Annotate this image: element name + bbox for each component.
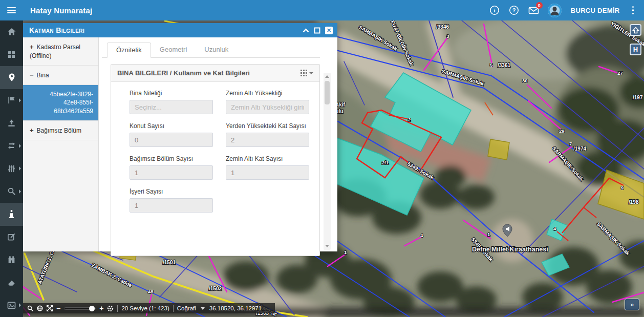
tab-oznitelik[interactable]: Öznitelik [107, 43, 151, 58]
mail-badge: 0 [536, 2, 543, 9]
globe-icon[interactable] [37, 305, 43, 311]
yerden-kat-sayisi-input[interactable] [226, 133, 309, 147]
coordinates-text: 36.18520, 36.12971 [209, 305, 262, 311]
info-icon[interactable]: i [489, 5, 500, 15]
field-bina-niteligi: Bina Niteliği [130, 90, 213, 114]
panel-expand-button[interactable]: » [625, 299, 639, 310]
expander-icon[interactable]: + [30, 126, 34, 134]
door-number: 2 [408, 117, 411, 122]
chevron-down-icon[interactable] [201, 307, 205, 310]
field-bagimsiz-bolum-sayisi: Bağımsız Bölüm Sayısı [130, 155, 213, 180]
home-extent-button[interactable]: H [630, 44, 641, 55]
panel-scrollbar[interactable] [324, 73, 331, 250]
projection-select[interactable]: Coğrafi [177, 305, 196, 311]
konut-sayisi-input[interactable] [130, 133, 213, 147]
scroll-up-icon [325, 75, 329, 78]
zemin-alti-yukseklik-input[interactable] [226, 100, 309, 114]
settings-gear-icon[interactable] [107, 305, 114, 312]
tree-item-selected-feature[interactable]: 45bea2fe-3829-42e8-855f-68b3462fa559 [23, 85, 98, 121]
tree-item-bina[interactable]: −Bina [23, 66, 98, 86]
tab-geometri[interactable]: Geometri [151, 43, 196, 58]
zoom-box-icon[interactable] [27, 305, 33, 311]
parcel-label: /1502 [209, 286, 222, 291]
zoom-in-button[interactable]: + [99, 305, 103, 312]
door-number: 7 [569, 141, 572, 146]
field-zemin-alti-yukseklik: Zemin Altı Yüksekliği [226, 90, 309, 114]
door-number: 4 [420, 233, 423, 238]
poi-label-defne: Defne Millet Kıraathanesi [472, 246, 548, 253]
expander-icon[interactable]: − [30, 71, 34, 79]
scroll-down-icon [325, 245, 329, 247]
door-number: 1 [344, 249, 347, 255]
svg-text:?: ? [512, 7, 516, 13]
expander-icon[interactable]: + [30, 43, 34, 51]
parcel-label: /198 [629, 199, 639, 205]
pan-north-button[interactable] [630, 24, 641, 36]
mail-icon[interactable]: 0 [528, 5, 539, 15]
tree-item-bagimsiz[interactable]: +Bağımsız Bölüm [23, 121, 98, 141]
sidebar-item-edit[interactable] [0, 226, 23, 249]
zoom-slider-handle[interactable] [89, 306, 95, 311]
parcel-label: /1974 [573, 146, 586, 152]
zoom-out-button[interactable]: − [56, 305, 60, 312]
zoom-slider[interactable] [64, 307, 96, 310]
sidebar-item-info[interactable] [0, 203, 23, 226]
close-icon[interactable]: ✕ [325, 27, 333, 34]
isyeri-sayisi-input[interactable] [130, 198, 213, 213]
door-number: 30 [522, 78, 528, 83]
svg-text:i: i [493, 7, 495, 13]
dialog-header[interactable]: Katman Bilgileri ✕ [23, 23, 337, 37]
tab-uzunluk[interactable]: Uzunluk [196, 43, 237, 58]
door-number: 27 [617, 70, 623, 76]
scroll-thumb [325, 81, 330, 104]
door-number: 48 [148, 289, 154, 294]
sidebar-item-sliders[interactable] [0, 157, 23, 180]
field-yerden-kat-sayisi: Yerden Yüksekteki Kat Sayısı [226, 122, 309, 147]
sidebar-item-basemap[interactable] [0, 294, 23, 317]
sidebar-item-exchange[interactable] [0, 135, 23, 158]
field-konut-sayisi: Konut Sayısı [130, 122, 213, 147]
tree-item-kadastro[interactable]: +Kadastro Parsel (Offline) [23, 37, 98, 66]
more-menu-icon[interactable] [629, 4, 637, 17]
help-icon[interactable]: ? [509, 5, 519, 15]
sidebar-item-binoculars[interactable] [0, 248, 23, 271]
avatar[interactable] [548, 4, 562, 17]
door-number: 4 [553, 226, 556, 231]
door-number: 29 [559, 128, 565, 134]
panel-grid-menu[interactable] [300, 70, 313, 76]
building-info-panel: BINA BILGILERI / Kullanım ve Kat Bilgile… [111, 64, 320, 256]
dialog-title: Katman Bilgileri [29, 26, 84, 34]
zemin-alti-kat-sayisi-input[interactable] [226, 165, 309, 180]
zoom-level-text: 20 Seviye (1: 423) [121, 305, 169, 311]
collapse-icon[interactable] [303, 28, 309, 33]
parcel-label: /3361 [498, 62, 510, 68]
parcel-label: /1501 [163, 260, 176, 265]
field-isyeri-sayisi: İşyeri Sayısı [130, 188, 213, 213]
panel-title: BINA BILGILERI / Kullanım ve Kat Bilgile… [117, 69, 250, 77]
map-statusbar: − + 20 Seviye (1: 423) Coğrafi 36.18520,… [23, 303, 275, 313]
menu-toggle-icon[interactable] [0, 0, 23, 20]
sidebar-item-home[interactable] [0, 20, 23, 44]
top-navbar: Hatay Numarataj i ? 0 BURCU DEMİR [0, 0, 644, 20]
full-extent-icon[interactable] [47, 305, 53, 311]
sidebar-item-search[interactable] [0, 180, 23, 203]
door-number: 5 [490, 62, 493, 68]
chevron-down-icon [309, 72, 313, 74]
bagimsiz-bolum-sayisi-input[interactable] [130, 165, 213, 180]
door-number: 9 [621, 185, 624, 191]
sidebar-item-eraser[interactable] [0, 271, 23, 294]
layer-tree: +Kadastro Parsel (Offline) −Bina 45bea2f… [23, 37, 99, 251]
layer-info-dialog: Katman Bilgileri ✕ +Kadastro Parsel (Off… [23, 23, 337, 251]
bina-niteligi-input[interactable] [130, 100, 213, 114]
door-number: 2/1 [382, 160, 389, 165]
left-sidebar [0, 20, 23, 317]
sidebar-item-layers[interactable] [0, 89, 23, 112]
door-number: 3 [446, 33, 449, 39]
sidebar-item-map-marker[interactable] [0, 66, 23, 89]
app-title: Hatay Numarataj [30, 6, 92, 15]
sidebar-item-upload[interactable] [0, 112, 23, 135]
dialog-tabs: Öznitelik Geometri Uzunluk [102, 42, 320, 58]
field-zemin-alti-kat-sayisi: Zemin Altı Kat Sayısı [226, 155, 309, 180]
sidebar-item-modules[interactable] [0, 44, 23, 67]
maximize-icon[interactable] [314, 27, 320, 34]
